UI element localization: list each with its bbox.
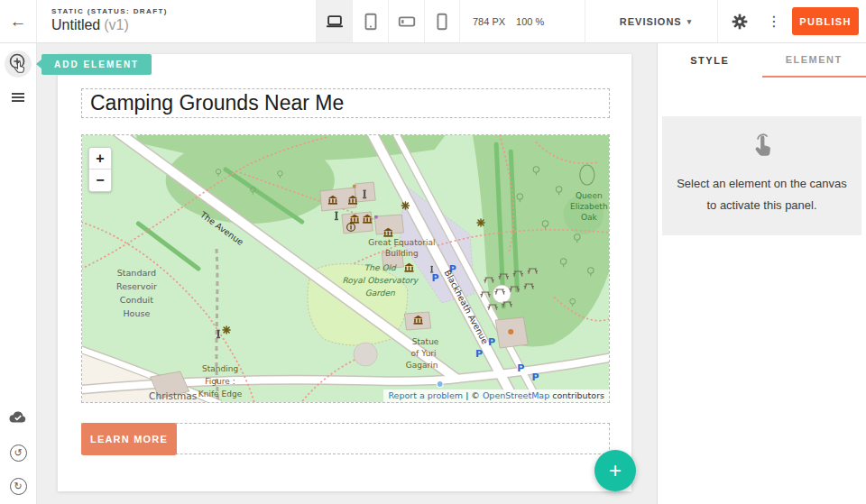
redo-icon: ↻ [10,478,27,495]
svg-text:Royal Observatory: Royal Observatory [342,276,419,285]
map-zoom-in-button[interactable]: + [89,148,111,170]
gear-icon [731,13,749,31]
svg-text:of Yuri: of Yuri [411,349,437,358]
tab-element[interactable]: ELEMENT [762,43,866,78]
caret-down-icon: ▾ [687,17,693,26]
version-label: (v1) [104,17,129,32]
svg-text:Knife Edge: Knife Edge [198,389,243,399]
zoom-level-value: 100 % [516,16,544,27]
toolbar-divider [717,0,718,42]
right-inspector-panel: STYLE ELEMENT Select an element on the c… [657,43,866,504]
svg-text:Conduit: Conduit [120,295,153,305]
tab-style[interactable]: STYLE [658,43,762,78]
report-problem-link[interactable]: Report a problem [388,390,463,400]
menu-lines-icon [12,91,24,104]
add-element-button[interactable] [5,50,32,78]
laptop-icon [325,12,345,32]
cloud-saved-icon [7,407,29,428]
undo-icon: ↺ [10,444,27,462]
redo-button[interactable]: ↻ [5,472,32,499]
heading-element[interactable]: Camping Grounds Near Me [81,88,610,118]
svg-text:House: House [123,308,150,318]
svg-text:Reservoir: Reservoir [116,281,157,291]
svg-text:Building: Building [385,249,419,258]
map-attribution: Report a problem | © OpenStreetMap contr… [383,389,609,402]
tap-icon [673,132,851,164]
toolbar-divider [585,0,585,42]
openstreetmap-image: P P P P P P The Avenue Blackheath Avenue… [82,135,609,403]
map-zoom-out-button[interactable]: − [89,170,111,191]
phone-portrait-icon [432,12,452,32]
learn-more-button[interactable]: LEARN MORE [81,423,177,455]
save-status-indicator [5,404,32,431]
panel-placeholder: Select an element on the canvas to activ… [662,116,861,235]
device-desktop-button[interactable] [316,0,352,42]
kebab-icon: ⋮ [767,13,781,30]
device-phone-button[interactable] [424,0,460,42]
svg-text:Garden: Garden [365,289,395,298]
svg-text:P: P [517,362,524,374]
tablet-icon [361,12,381,32]
svg-text:Gagarin: Gagarin [406,361,438,370]
undo-button[interactable]: ↺ [5,439,32,466]
top-toolbar: ← STATIC (STATUS: DRAFT) Untitled(v1) [0,0,866,43]
add-section-fab[interactable]: + [594,450,636,491]
svg-text:Queen: Queen [576,191,603,200]
cursor-hand-icon [15,62,24,73]
svg-text:P: P [531,371,539,383]
status-label: STATIC (STATUS: DRAFT) [51,7,168,15]
svg-text:P: P [432,272,439,284]
svg-text:The Old: The Old [364,263,397,272]
button-row-element[interactable]: LEARN MORE [81,423,610,454]
openstreetmap-link[interactable]: OpenStreetMap [483,390,549,400]
svg-text:Great Equatorial: Great Equatorial [368,238,435,247]
publish-button[interactable]: PUBLISH [792,7,859,35]
back-arrow-icon: ← [10,12,27,32]
svg-text:Oak: Oak [581,213,598,222]
more-options-button[interactable]: ⋮ [762,0,786,42]
device-phone-landscape-button[interactable] [388,0,424,42]
svg-text:Statue: Statue [412,337,439,346]
viewport-width-value: 784 PX [473,16,505,27]
svg-text:Figure :: Figure : [205,377,235,386]
svg-text:Standing: Standing [202,364,238,373]
svg-text:P: P [475,348,483,360]
page-title: Untitled(v1) [51,17,168,33]
sections-menu-button[interactable] [5,84,32,111]
page-canvas[interactable]: Camping Grounds Near Me [58,54,631,491]
phone-landscape-icon [397,12,417,32]
page-title-block: STATIC (STATUS: DRAFT) Untitled(v1) [51,7,168,33]
left-sidebar: ↺ ↻ [0,43,37,504]
editor-workspace: Camping Grounds Near Me [37,43,657,504]
map-zoom-control: + − [88,147,112,192]
viewport-size-readout: 784 PX 100 % [473,0,544,42]
device-tablet-button[interactable] [352,0,388,42]
add-element-tooltip: ADD ELEMENT [41,54,152,75]
svg-text:Standard: Standard [117,268,156,278]
revisions-dropdown[interactable]: REVISIONS ▾ [597,0,714,42]
svg-text:Elizabeth: Elizabeth [570,202,608,211]
back-button[interactable]: ← [0,0,37,42]
map-element[interactable]: P P P P P P The Avenue Blackheath Avenue… [81,134,610,403]
settings-button[interactable] [724,0,755,42]
device-preview-switcher [316,0,460,42]
inspector-tabs: STYLE ELEMENT [658,43,866,78]
map-label-christmas: Christmas [149,390,197,401]
